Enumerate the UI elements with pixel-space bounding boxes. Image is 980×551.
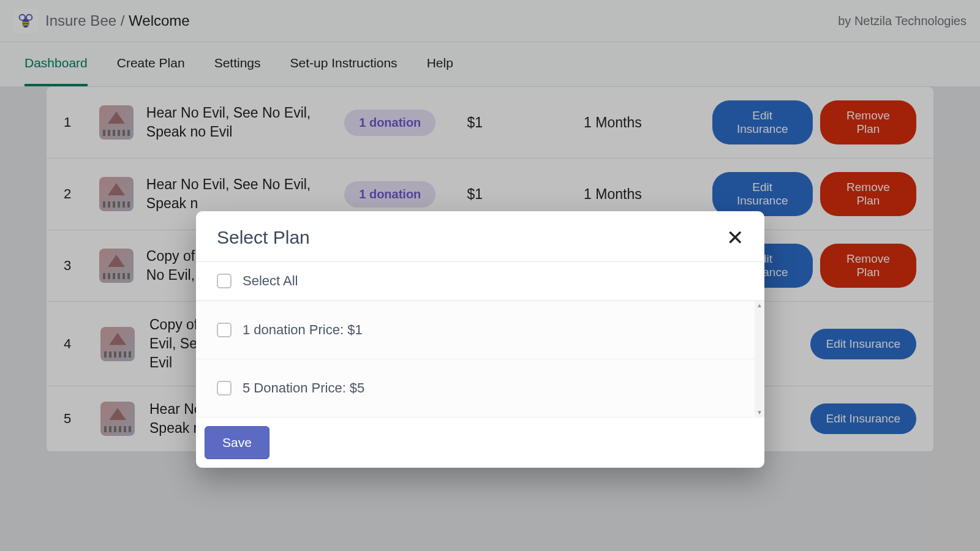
plan-option-label: 5 Donation Price: $5 bbox=[243, 380, 364, 396]
modal-footer: Save bbox=[196, 418, 764, 468]
modal-title: Select Plan bbox=[217, 227, 310, 248]
save-button[interactable]: Save bbox=[205, 426, 270, 459]
scroll-up-arrow-icon[interactable]: ▲ bbox=[755, 301, 764, 310]
plan-option-checkbox[interactable] bbox=[217, 381, 232, 395]
select-all-checkbox[interactable] bbox=[217, 274, 232, 288]
modal-body: Select All 1 donation Price: $1 5 Donati… bbox=[196, 262, 764, 418]
options-scroll-area: 1 donation Price: $1 5 Donation Price: $… bbox=[196, 301, 764, 418]
scrollbar[interactable]: ▲ ▼ bbox=[755, 301, 764, 417]
select-plan-modal: Select Plan ✕ Select All 1 donation Pric… bbox=[196, 211, 764, 468]
modal-header: Select Plan ✕ bbox=[196, 211, 764, 262]
select-all-label: Select All bbox=[243, 273, 298, 289]
plan-option-row: 5 Donation Price: $5 bbox=[196, 359, 764, 417]
select-all-row: Select All bbox=[196, 262, 764, 301]
plan-option-checkbox[interactable] bbox=[217, 323, 232, 337]
scroll-down-arrow-icon[interactable]: ▼ bbox=[755, 408, 764, 417]
close-icon[interactable]: ✕ bbox=[726, 227, 744, 248]
plan-option-row: 1 donation Price: $1 bbox=[196, 301, 764, 359]
plan-option-label: 1 donation Price: $1 bbox=[243, 322, 363, 338]
